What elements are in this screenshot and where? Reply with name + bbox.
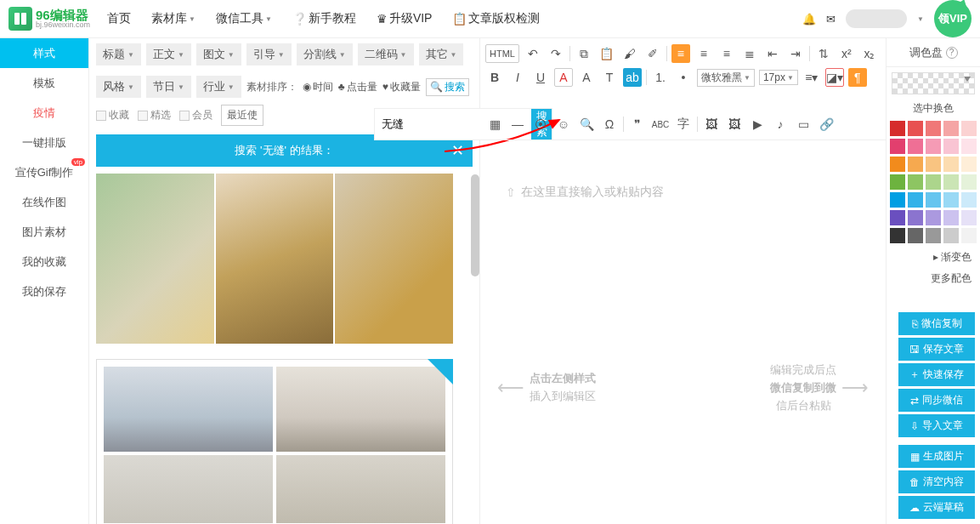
color-swatch[interactable] (890, 139, 905, 154)
help-icon[interactable]: ? (946, 47, 958, 59)
sidebar-item-epidemic[interactable]: 疫情 (0, 98, 88, 128)
html-button[interactable]: HTML (485, 44, 519, 63)
nav-copyright[interactable]: 📋文章版权检测 (452, 11, 540, 26)
indent-dec-icon[interactable]: ⇤ (763, 44, 782, 63)
color-swatch[interactable] (961, 192, 977, 208)
highlight-icon[interactable]: ab (623, 68, 642, 87)
align-center-icon[interactable]: ≡ (694, 44, 713, 63)
color-swatch[interactable] (926, 157, 941, 172)
sidebar-item-favorites[interactable]: 我的收藏 (0, 247, 88, 276)
filter-style[interactable]: 风格▼ (96, 76, 141, 98)
paragraph-icon[interactable]: ≡▾ (802, 68, 821, 87)
material-item[interactable] (96, 359, 453, 524)
action-wechat-copy[interactable]: ⎘ 微信复制 (898, 312, 975, 335)
char-icon[interactable]: 字 (674, 115, 693, 134)
color-swatch[interactable] (926, 192, 941, 208)
sidebar-item-gif[interactable]: 宣传Gif制作vip (0, 157, 88, 187)
color-swatch[interactable] (961, 157, 977, 172)
align-justify-icon[interactable]: ≣ (740, 44, 759, 63)
align-left-icon[interactable]: ≡ (671, 44, 690, 63)
color-swatch[interactable] (926, 210, 941, 225)
vip-badge[interactable]: 领VIP (934, 0, 972, 37)
sort-favs[interactable]: ♥收藏量 (382, 80, 421, 94)
color-swatch[interactable] (943, 192, 959, 208)
current-color-swatch[interactable] (892, 72, 975, 94)
filter-holiday[interactable]: 节日▼ (146, 76, 191, 98)
emoji-icon[interactable]: ☺ (554, 115, 573, 134)
filter-title[interactable]: 标题▼ (96, 43, 141, 66)
hr-icon[interactable]: — (508, 115, 527, 134)
action-save-article[interactable]: 🖫 保存文章 (898, 338, 975, 361)
color-swatch[interactable] (943, 228, 959, 243)
clearformat-icon[interactable]: T (600, 68, 619, 87)
nav-upgrade-vip[interactable]: ♛升级VIP (377, 11, 433, 26)
color-swatch[interactable] (908, 157, 923, 172)
color-swatch[interactable] (890, 121, 905, 136)
date-icon[interactable]: ⦿ (531, 115, 550, 134)
recent-used[interactable]: 最近使 (221, 105, 263, 126)
list-bul-icon[interactable]: • (674, 68, 693, 87)
zoom-icon[interactable]: 🔍 (577, 115, 596, 134)
symbol-icon[interactable]: Ω (600, 115, 619, 134)
gallery-icon[interactable]: 🖼 (725, 115, 744, 134)
bold-icon[interactable]: B (485, 68, 504, 87)
color-swatch[interactable] (961, 210, 977, 225)
action-quick-save[interactable]: ＋ 快速保存 (898, 363, 975, 386)
sort-time[interactable]: ◉时间 (303, 80, 333, 94)
align-right-icon[interactable]: ≡ (717, 44, 736, 63)
color-swatch[interactable] (890, 157, 905, 172)
sidebar-item-template[interactable]: 模板 (0, 68, 88, 98)
action-sync-wechat[interactable]: ⇄ 同步微信 (898, 389, 975, 412)
gradient-link[interactable]: ▸ 渐变色 (887, 247, 980, 268)
strike-icon[interactable] (485, 91, 504, 110)
logo[interactable]: 96编辑器 bj.96weixin.com (8, 7, 90, 31)
nav-tutorial[interactable]: ❔新手教程 (292, 11, 356, 26)
erase-icon[interactable]: ✐ (643, 44, 662, 63)
action-gen-image[interactable]: ▦ 生成图片 (898, 445, 975, 468)
undo-icon[interactable]: ↶ (524, 44, 542, 63)
action-clear[interactable]: 🗑 清空内容 (898, 470, 975, 493)
quote-icon[interactable]: ❞ (628, 115, 647, 134)
list-num-icon[interactable]: 1. (651, 68, 670, 87)
underline-icon[interactable]: U (531, 68, 550, 87)
line-height-icon[interactable]: ⇅ (814, 44, 833, 63)
filter-qrcode[interactable]: 二维码▼ (358, 43, 414, 66)
color-swatch[interactable] (908, 192, 923, 208)
color-swatch[interactable] (890, 210, 905, 225)
video-icon[interactable]: ▶ (748, 115, 767, 134)
color-swatch[interactable] (908, 228, 923, 243)
sidebar-item-draw[interactable]: 在线作图 (0, 187, 88, 217)
filter-other[interactable]: 其它▼ (419, 43, 464, 66)
check-member[interactable]: 会员 (179, 108, 212, 122)
user-avatar[interactable] (846, 9, 907, 28)
color-swatch[interactable] (943, 121, 959, 136)
sort-search[interactable]: 🔍搜索 (426, 78, 469, 96)
filter-imgtext[interactable]: 图文▼ (196, 43, 241, 66)
fontcolor-square-icon[interactable]: ◪▾ (825, 68, 844, 87)
filter-guide[interactable]: 引导▼ (246, 43, 292, 66)
filter-divider[interactable]: 分割线▼ (297, 43, 353, 66)
color-swatch[interactable] (961, 139, 977, 154)
action-import[interactable]: ⇩ 导入文章 (898, 414, 975, 437)
brush-icon[interactable]: 🖌 (620, 44, 639, 63)
copy-icon[interactable]: ⧉ (575, 44, 593, 63)
check-featured[interactable]: 精选 (138, 108, 171, 122)
audio-icon[interactable]: ♪ (771, 115, 790, 134)
color-swatch[interactable] (908, 139, 923, 154)
link-icon[interactable]: 🔗 (817, 115, 836, 134)
color-swatch[interactable] (890, 174, 905, 190)
color-swatch[interactable] (926, 228, 941, 243)
sub-icon[interactable]: x₂ (860, 44, 879, 63)
material-item[interactable] (96, 174, 453, 344)
table-icon[interactable]: ▦ (485, 115, 504, 134)
sidebar-item-saved[interactable]: 我的保存 (0, 276, 88, 306)
color-swatch[interactable] (926, 174, 941, 190)
color-swatch[interactable] (908, 210, 923, 225)
fontcolor-icon[interactable]: A (554, 68, 573, 87)
nav-home[interactable]: 首页 (107, 11, 131, 26)
color-swatch[interactable] (943, 139, 959, 154)
color-swatch[interactable] (908, 174, 923, 190)
sidebar-item-layout[interactable]: 一键排版 (0, 128, 88, 157)
color-swatch[interactable] (926, 139, 941, 154)
color-swatch[interactable] (926, 121, 941, 136)
